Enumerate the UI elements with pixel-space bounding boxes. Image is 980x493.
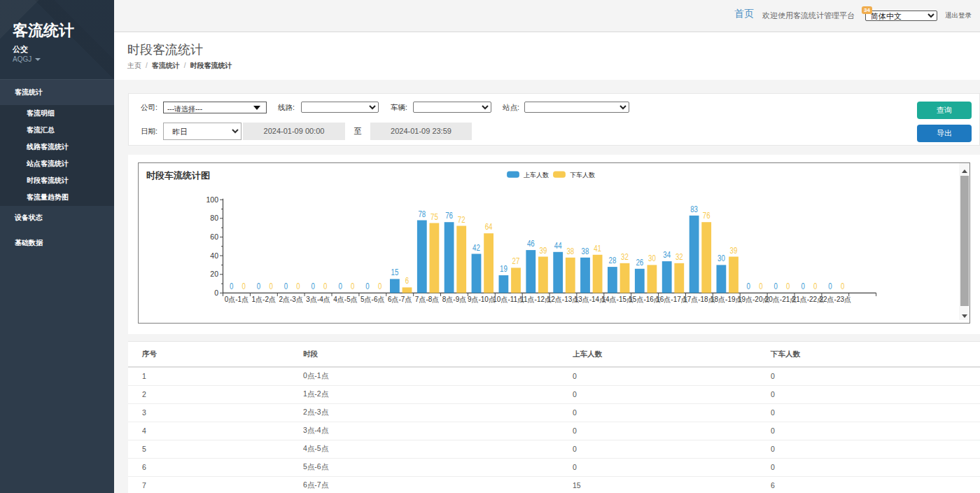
svg-text:0: 0 [338, 282, 342, 291]
svg-text:76: 76 [703, 211, 710, 221]
svg-text:32: 32 [621, 252, 629, 262]
svg-text:0: 0 [296, 282, 300, 291]
svg-text:0: 0 [312, 282, 316, 291]
svg-text:83: 83 [690, 204, 698, 214]
svg-text:1点-2点: 1点-2点 [252, 296, 276, 303]
svg-text:19: 19 [500, 264, 507, 274]
svg-text:22点-23点: 22点-23点 [820, 296, 852, 303]
svg-text:0: 0 [378, 282, 382, 291]
svg-text:42: 42 [472, 243, 480, 253]
svg-text:0: 0 [351, 282, 355, 291]
svg-text:76: 76 [445, 211, 453, 221]
svg-text:34: 34 [663, 250, 671, 260]
svg-text:0: 0 [759, 282, 763, 291]
svg-text:39: 39 [730, 246, 738, 256]
svg-text:78: 78 [418, 209, 426, 219]
svg-text:下车人数: 下车人数 [570, 172, 595, 179]
svg-text:上车人数: 上车人数 [524, 172, 549, 179]
svg-text:39: 39 [540, 246, 547, 256]
svg-text:4点-5点: 4点-5点 [333, 296, 357, 303]
svg-text:75: 75 [430, 212, 438, 222]
svg-text:0: 0 [801, 282, 805, 291]
svg-text:0: 0 [257, 282, 261, 291]
svg-text:0: 0 [786, 282, 790, 291]
svg-text:9点-10点: 9点-10点 [468, 296, 496, 303]
svg-text:41: 41 [594, 244, 601, 254]
svg-text:38: 38 [566, 246, 574, 256]
svg-text:8点-9点: 8点-9点 [442, 296, 466, 303]
svg-text:30: 30 [718, 254, 725, 263]
svg-text:60: 60 [210, 232, 218, 241]
svg-text:28: 28 [609, 256, 617, 265]
svg-text:3点-4点: 3点-4点 [306, 296, 330, 303]
svg-text:20: 20 [210, 270, 218, 278]
svg-text:0: 0 [841, 282, 845, 291]
svg-text:0: 0 [269, 282, 273, 291]
svg-text:0: 0 [284, 282, 288, 291]
svg-text:40: 40 [210, 251, 218, 260]
svg-text:38: 38 [582, 246, 589, 256]
svg-text:0: 0 [813, 282, 818, 291]
svg-text:0点-1点: 0点-1点 [225, 296, 248, 303]
svg-text:0: 0 [214, 289, 218, 297]
svg-text:27: 27 [512, 256, 520, 266]
svg-text:0: 0 [828, 282, 832, 291]
svg-text:46: 46 [527, 239, 535, 249]
svg-text:0: 0 [774, 282, 778, 291]
svg-text:32: 32 [676, 252, 683, 262]
svg-text:100: 100 [206, 195, 218, 204]
svg-text:6点-7点: 6点-7点 [388, 296, 412, 303]
svg-text:64: 64 [485, 222, 493, 232]
svg-text:26: 26 [636, 258, 643, 268]
svg-text:0: 0 [747, 282, 751, 291]
svg-text:7点-8点: 7点-8点 [415, 296, 439, 303]
svg-text:2点-3点: 2点-3点 [279, 296, 302, 303]
svg-text:6: 6 [405, 276, 410, 286]
svg-text:80: 80 [210, 214, 218, 222]
svg-text:0: 0 [365, 282, 370, 291]
svg-text:15: 15 [391, 268, 399, 277]
svg-text:44: 44 [554, 241, 562, 251]
svg-text:0: 0 [323, 282, 328, 291]
svg-text:72: 72 [458, 215, 465, 225]
svg-text:0: 0 [242, 282, 246, 291]
svg-text:0: 0 [230, 282, 234, 291]
svg-text:5点-6点: 5点-6点 [360, 296, 384, 303]
svg-text:30: 30 [648, 254, 656, 263]
